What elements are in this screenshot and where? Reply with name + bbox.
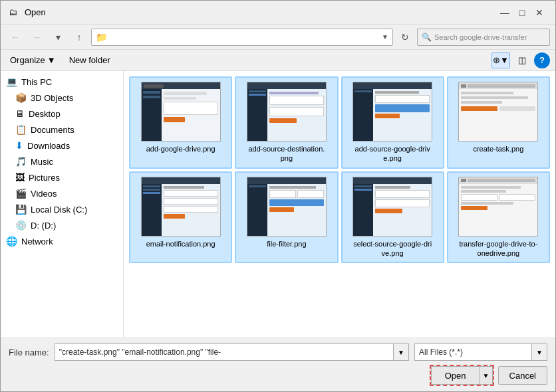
open-button[interactable]: Open — [431, 366, 480, 385]
file-item-email-notification[interactable]: email-notification.png — [129, 171, 232, 264]
filename-label: File name: — [9, 347, 49, 357]
dialog-title: Open — [25, 7, 46, 17]
file-item-add-source-destination[interactable]: add-source-destination.png — [235, 76, 338, 169]
sidebar-item-documents[interactable]: 📋 Documents — [1, 122, 123, 138]
new-folder-button[interactable]: New folder — [65, 53, 114, 67]
this-pc-icon: 💻 — [6, 76, 17, 87]
title-bar-left: 🗂 Open — [9, 7, 46, 18]
help-button[interactable]: ? — [534, 52, 550, 68]
d-drive-icon: 💿 — [15, 220, 27, 231]
filename-row: File name: ▼ ▼ — [9, 343, 547, 361]
sidebar-label-music: Music — [31, 157, 53, 167]
file-name-add-source-destination: add-source-destination.png — [247, 144, 327, 163]
file-item-add-source-google-drive[interactable]: add-source-google-drive.png — [341, 76, 444, 169]
file-thumbnail-add-source-destination — [247, 82, 327, 142]
view-split-button[interactable]: ◫ — [513, 52, 531, 68]
sidebar-item-pictures[interactable]: 🖼 Pictures — [1, 169, 123, 185]
open-button-container: Open ▼ — [430, 365, 494, 386]
downloads-icon: ⬇ — [15, 140, 23, 151]
sidebar-item-this-pc[interactable]: 💻 This PC — [1, 74, 123, 90]
sidebar-item-d-drive[interactable]: 💿 D: (D:) — [1, 217, 123, 233]
bottom-bar: File name: ▼ ▼ Open ▼ Cancel — [1, 338, 555, 391]
filename-dropdown-button[interactable]: ▼ — [393, 343, 409, 361]
music-icon: 🎵 — [15, 156, 27, 167]
file-thumbnail-create-task — [458, 82, 538, 142]
sidebar-item-videos[interactable]: 🎬 Videos — [1, 185, 123, 201]
file-item-add-google-drive[interactable]: add-google-drive.png — [129, 76, 232, 169]
sidebar-label-3d-objects: 3D Objects — [31, 93, 73, 103]
file-thumbnail-select-source-google-drive — [352, 177, 432, 237]
sidebar-label-this-pc: This PC — [21, 77, 52, 87]
filename-input[interactable] — [55, 343, 393, 361]
file-item-file-filter[interactable]: file-filter.png — [235, 171, 338, 264]
3d-objects-icon: 📦 — [15, 92, 27, 103]
file-item-create-task[interactable]: create-task.png — [447, 76, 550, 169]
sidebar-item-desktop[interactable]: 🖥 Desktop — [1, 106, 123, 122]
filetype-container: ▼ — [414, 343, 547, 361]
file-thumbnail-email-notification — [141, 177, 221, 237]
title-controls: — □ ✕ — [497, 5, 547, 21]
file-name-add-google-drive: add-google-drive.png — [146, 144, 215, 153]
buttons-row: Open ▼ Cancel — [9, 365, 547, 386]
network-icon: 🌐 — [6, 236, 17, 246]
videos-icon: 🎬 — [15, 188, 27, 199]
organize-dropdown-icon: ▼ — [47, 55, 56, 65]
file-name-select-source-google-drive: select-source-google-drive.png — [352, 239, 432, 258]
sidebar-label-network: Network — [21, 237, 53, 246]
address-dropdown-icon[interactable]: ▼ — [382, 33, 388, 41]
refresh-button[interactable]: ↻ — [396, 28, 414, 47]
sidebar-label-videos: Videos — [31, 189, 57, 199]
file-item-transfer-google-drive-to-onedrive[interactable]: transfer-google-drive-to-onedrive.png — [447, 171, 550, 264]
main-area: 💻 This PC 📦 3D Objects 🖥 Desktop 📋 Docum… — [1, 71, 555, 338]
dialog-icon: 🗂 — [9, 7, 19, 18]
open-dialog: 🗂 Open — □ ✕ ← → ▾ ↑ 📁 ▼ ↻ 🔍 Search goog… — [0, 0, 556, 392]
file-name-create-task: create-task.png — [473, 144, 523, 153]
forward-button[interactable]: → — [27, 28, 46, 47]
open-dropdown-button[interactable]: ▼ — [480, 366, 493, 385]
file-name-email-notification: email-notification.png — [146, 239, 215, 248]
file-thumbnail-file-filter — [247, 177, 327, 237]
secondary-toolbar: Organize ▼ New folder ⊛▼ ◫ ? — [1, 50, 555, 71]
search-icon: 🔍 — [422, 33, 432, 42]
sidebar: 💻 This PC 📦 3D Objects 🖥 Desktop 📋 Docum… — [1, 71, 124, 338]
dropdown-nav-button[interactable]: ▾ — [49, 28, 67, 47]
new-folder-label: New folder — [69, 55, 110, 65]
close-button[interactable]: ✕ — [531, 5, 547, 21]
filetype-dropdown-button[interactable]: ▼ — [531, 343, 547, 361]
sidebar-item-local-disk[interactable]: 💾 Local Disk (C:) — [1, 201, 123, 217]
file-name-add-source-google-drive: add-source-google-drive.png — [352, 144, 432, 163]
sidebar-item-network[interactable]: 🌐 Network — [1, 233, 123, 249]
file-thumbnail-transfer-google-drive-to-onedrive — [458, 177, 538, 237]
sidebar-label-pictures: Pictures — [29, 173, 60, 183]
cancel-button[interactable]: Cancel — [498, 366, 547, 385]
up-button[interactable]: ↑ — [70, 28, 88, 47]
address-folder-icon: 📁 — [96, 32, 107, 43]
sidebar-label-desktop: Desktop — [29, 109, 61, 119]
sidebar-label-downloads: Downloads — [27, 141, 70, 151]
back-button[interactable]: ← — [6, 28, 25, 47]
file-grid: add-google-drive.png — [124, 71, 555, 338]
minimize-button[interactable]: — — [497, 5, 513, 21]
maximize-button[interactable]: □ — [514, 5, 530, 21]
filename-input-container: ▼ — [55, 343, 409, 361]
local-disk-icon: 💾 — [15, 204, 27, 215]
view-grid-button[interactable]: ⊛▼ — [491, 52, 510, 68]
file-thumbnail-add-source-google-drive — [352, 82, 432, 142]
file-name-file-filter: file-filter.png — [267, 239, 306, 248]
sidebar-item-3d-objects[interactable]: 📦 3D Objects — [1, 90, 123, 106]
title-bar: 🗂 Open — □ ✕ — [1, 1, 555, 25]
address-bar[interactable]: 📁 ▼ — [91, 29, 393, 46]
organize-button[interactable]: Organize ▼ — [6, 53, 60, 67]
search-bar[interactable]: 🔍 Search google-drive-transfer — [417, 29, 550, 46]
file-thumbnail-add-google-drive — [141, 82, 221, 142]
organize-label: Organize — [10, 55, 45, 65]
search-placeholder: Search google-drive-transfer — [434, 33, 527, 41]
navigation-toolbar: ← → ▾ ↑ 📁 ▼ ↻ 🔍 Search google-drive-tran… — [1, 25, 555, 50]
file-item-select-source-google-drive[interactable]: select-source-google-drive.png — [341, 171, 444, 264]
toolbar2-right: ⊛▼ ◫ ? — [491, 52, 550, 68]
toolbar2-left: Organize ▼ New folder — [6, 53, 114, 67]
sidebar-item-downloads[interactable]: ⬇ Downloads — [1, 138, 123, 153]
sidebar-item-music[interactable]: 🎵 Music — [1, 153, 123, 169]
sidebar-label-d-drive: D: (D:) — [31, 221, 56, 231]
filetype-input[interactable] — [414, 343, 531, 361]
